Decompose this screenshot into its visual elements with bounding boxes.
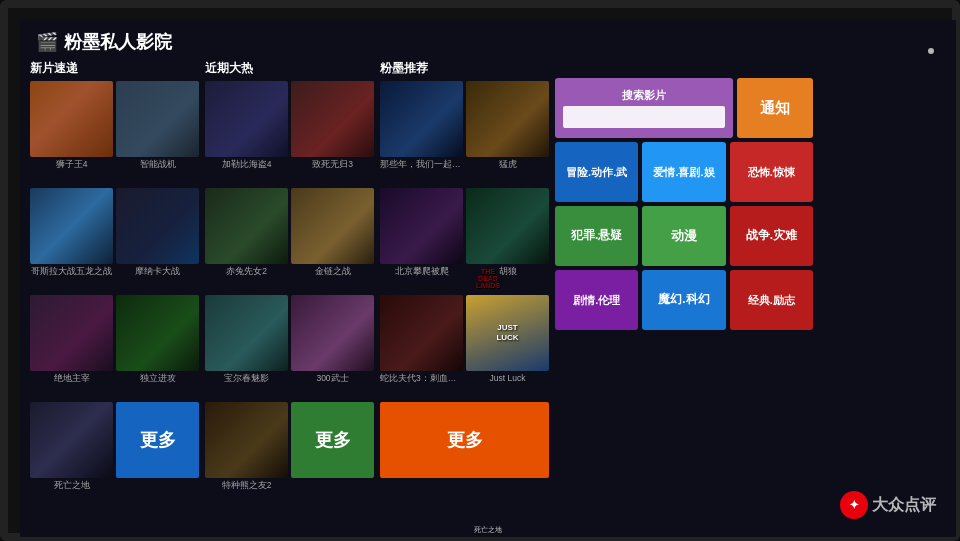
watermark-text: 大众点评	[872, 495, 936, 516]
movie-poster: JUSTLUCK	[466, 295, 549, 371]
cursor	[928, 48, 934, 54]
movie-poster: THEDEADLANDS 死亡之地	[30, 402, 113, 478]
tv-frame: 🎬 粉墨私人影院 新片速递 狮子王4 智能战机	[0, 0, 960, 541]
watermark: ✦ 大众点评	[840, 491, 936, 519]
section-new-films: 新片速递 狮子王4 智能战机	[30, 60, 199, 515]
screen: 🎬 粉墨私人影院 新片速递 狮子王4 智能战机	[20, 20, 956, 537]
watermark-icon: ✦	[840, 491, 868, 519]
movie-item[interactable]: THEDEADLANDS 死亡之地 死亡之地	[30, 402, 113, 506]
